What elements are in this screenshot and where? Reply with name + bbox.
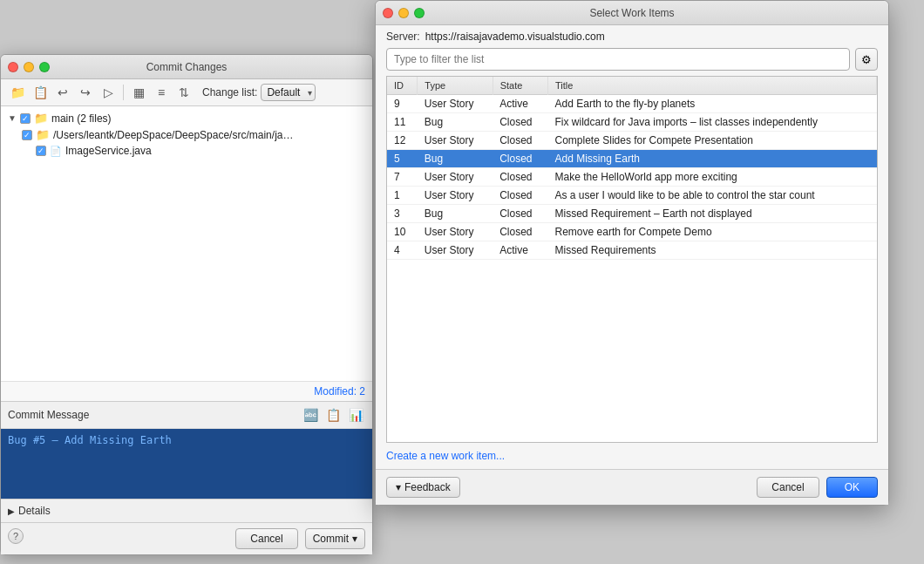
work-items-table: ID Type State Title 9User StoryActiveAdd… (387, 77, 877, 260)
cancel-commit-button[interactable]: Cancel (235, 528, 297, 549)
col-state[interactable]: State (493, 77, 547, 95)
cell-state: Closed (493, 223, 547, 241)
table-row[interactable]: 4User StoryActiveMissed Requirements (387, 241, 877, 260)
cell-type: User Story (418, 187, 493, 205)
add-icon[interactable]: 📁 (8, 83, 27, 102)
cell-type: User Story (418, 168, 493, 187)
cancel-dialog-button[interactable]: Cancel (757, 477, 819, 498)
commit-dropdown-arrow: ▾ (352, 533, 357, 545)
cell-type: Bug (418, 205, 493, 223)
cell-type: User Story (418, 95, 493, 113)
help-button[interactable]: ? (8, 528, 24, 544)
commit-message-icons: 🔤 📋 📊 (301, 405, 365, 425)
tree-item-path[interactable]: ✓ 📁 /Users/leantk/DeepSpace/DeepSpace/sr… (1, 126, 372, 143)
commit-toolbar: 📁 📋 ↩ ↪ ▷ ▦ ≡ ⇅ Change list: Default (1, 79, 372, 106)
checkbox-file[interactable]: ✓ (36, 146, 46, 156)
commit-bottom: ▶ Details (1, 499, 372, 522)
details-arrow: ▶ (8, 506, 15, 516)
filter-icon-button[interactable]: ⚙ (855, 48, 878, 71)
changelist-select[interactable]: Default (261, 84, 316, 101)
cell-state: Active (493, 241, 547, 260)
cell-title: Remove earth for Compete Demo (548, 223, 877, 241)
work-items-table-container: ID Type State Title 9User StoryActiveAdd… (386, 76, 878, 443)
changelist-label: Change list: (202, 86, 257, 99)
cell-state: Closed (493, 150, 547, 168)
view-icon[interactable]: ▦ (129, 83, 148, 102)
table-row[interactable]: 11BugClosedFix wildcard for Java imports… (387, 113, 877, 132)
col-id[interactable]: ID (387, 77, 418, 95)
list-icon[interactable]: ≡ (152, 83, 171, 102)
cell-title: Add Missing Earth (548, 150, 877, 168)
spell-check-icon[interactable]: 🔤 (301, 405, 320, 425)
copy-icon[interactable]: 📋 (31, 83, 50, 102)
commit-window-title: Commit Changes (146, 61, 228, 73)
cell-id: 1 (387, 187, 418, 205)
dialog-maximize-button[interactable] (414, 8, 425, 18)
dialog-minimize-button[interactable] (398, 8, 409, 18)
commit-message-area[interactable]: Bug #5 – Add Missing Earth (1, 429, 372, 499)
col-type[interactable]: Type (418, 77, 493, 95)
filter-input[interactable] (386, 48, 850, 71)
redo-icon[interactable]: ↪ (76, 83, 95, 102)
dialog-window-controls (383, 8, 425, 18)
checkbox-main[interactable]: ✓ (20, 113, 31, 124)
vcs-icon[interactable]: 📊 (346, 405, 365, 425)
cell-type: Bug (418, 113, 493, 132)
col-title[interactable]: Title (548, 77, 877, 95)
create-link-row: Create a new work item... (376, 443, 888, 469)
cell-id: 9 (387, 95, 418, 113)
copy-msg-icon[interactable]: 📋 (323, 405, 343, 425)
close-button[interactable] (8, 62, 18, 72)
folder-icon-path: 📁 (36, 128, 50, 141)
file-icon: 📄 (50, 146, 62, 157)
cell-id: 3 (387, 205, 418, 223)
tree-item-file[interactable]: ✓ 📄 ImageService.java (1, 143, 372, 159)
table-row[interactable]: 10User StoryClosedRemove earth for Compe… (387, 223, 877, 241)
toolbar-separator (123, 85, 124, 100)
table-row[interactable]: 9User StoryActiveAdd Earth to the fly-by… (387, 95, 877, 113)
table-row[interactable]: 7User StoryClosedMake the HelloWorld app… (387, 168, 877, 187)
cell-type: User Story (418, 223, 493, 241)
table-row[interactable]: 12User StoryClosedComplete Slides for Co… (387, 132, 877, 150)
cell-title: Missed Requirement – Earth not displayed (548, 205, 877, 223)
create-work-item-link[interactable]: Create a new work item... (386, 450, 505, 462)
changelist-wrapper[interactable]: Default (261, 84, 316, 101)
ok-button[interactable]: OK (826, 477, 878, 498)
tree-file-label: ImageService.java (65, 145, 152, 157)
tree-main-label: main (2 files) (51, 112, 112, 125)
undo-icon[interactable]: ↩ (53, 83, 72, 102)
maximize-button[interactable] (39, 62, 50, 72)
dialog-titlebar: Select Work Items (376, 1, 888, 25)
refresh-icon[interactable]: ▷ (99, 83, 118, 102)
window-controls (8, 62, 50, 72)
feedback-button[interactable]: ▾ Feedback (386, 477, 460, 498)
cell-state: Closed (493, 132, 547, 150)
modified-count: Modified: 2 (1, 381, 372, 401)
file-tree: ▼ ✓ 📁 main (2 files) ✓ 📁 /Users/leantk/D… (1, 106, 372, 381)
server-row: Server: https://raisajavademo.visualstud… (376, 25, 888, 48)
cell-title: Fix wildcard for Java imports – list cla… (548, 113, 877, 132)
sort-icon[interactable]: ⇅ (174, 83, 194, 102)
table-row[interactable]: 5BugClosedAdd Missing Earth (387, 150, 877, 168)
cell-id: 7 (387, 168, 418, 187)
cell-state: Closed (493, 168, 547, 187)
table-row[interactable]: 3BugClosedMissed Requirement – Earth not… (387, 205, 877, 223)
details-row[interactable]: ▶ Details (8, 505, 365, 517)
tree-arrow: ▼ (8, 113, 17, 123)
cell-type: User Story (418, 132, 493, 150)
cell-state: Closed (493, 113, 547, 132)
dialog-close-button[interactable] (383, 8, 393, 18)
tree-item-main[interactable]: ▼ ✓ 📁 main (2 files) (1, 110, 372, 126)
commit-button[interactable]: Commit ▾ (305, 528, 365, 549)
details-label: Details (18, 505, 51, 517)
filter-row: ⚙ (376, 48, 888, 76)
checkbox-path[interactable]: ✓ (22, 130, 32, 140)
minimize-button[interactable] (24, 62, 34, 72)
commit-titlebar: Commit Changes (1, 55, 372, 79)
commit-message-label: Commit Message (8, 409, 89, 421)
cell-type: Bug (418, 150, 493, 168)
table-row[interactable]: 1User StoryClosedAs a user I would like … (387, 187, 877, 205)
server-label: Server: (386, 31, 420, 43)
cell-id: 11 (387, 113, 418, 132)
commit-bottom-buttons: ? Cancel Commit ▾ (1, 522, 372, 554)
